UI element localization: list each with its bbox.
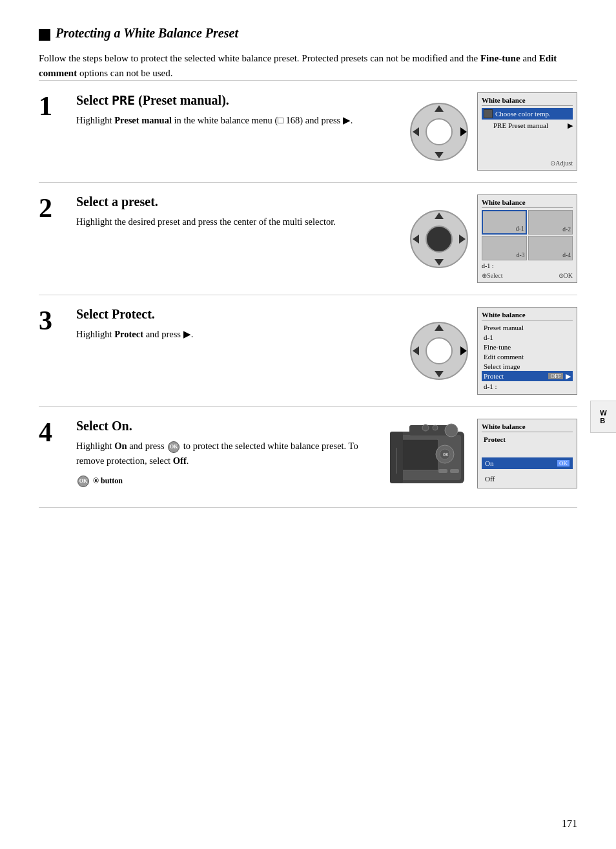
intro-paragraph: Follow the steps below to protect the se… (39, 51, 577, 80)
dial-left-arrow-3 (413, 346, 419, 355)
screen-4-spacer (482, 445, 573, 457)
dial-up-arrow-2 (435, 213, 444, 219)
step-4-right: OK White balance Protect On OK Off (387, 419, 577, 496)
grid-thumb-d3: d-3 (482, 236, 527, 260)
screen-1-footer: ⊙Adjust (482, 160, 573, 167)
step-4-desc: Highlight On and press OK to protect the… (76, 439, 380, 468)
step-2-content: Select a preset. Highlight the desired p… (76, 194, 404, 229)
s3r1-label: d-1 (484, 333, 493, 341)
s3r2-label: Fine-tune (484, 343, 511, 351)
step-1-title: Select PRE (Preset manual). (76, 92, 404, 108)
step-2-title: Select a preset. (76, 194, 404, 209)
off-badge: OFF (548, 373, 563, 379)
screen-3-r6: d-1 : (482, 381, 573, 391)
grid-thumb-d4: d-4 (528, 236, 573, 260)
s3r5-arrow: ▶ (566, 372, 571, 381)
screen-1-icon-0 (484, 109, 493, 118)
screen-1-spacer (482, 131, 573, 157)
svg-rect-10 (450, 469, 459, 473)
svg-point-5 (445, 424, 458, 437)
dial-inner-3 (426, 337, 453, 364)
screen-2-grid: d-1 d-2 d-3 d-4 (482, 210, 573, 260)
step-2-desc: Highlight the desired preset and press t… (76, 215, 404, 229)
dial-up-arrow-1 (435, 105, 444, 112)
screen-3-r4: Select image (482, 361, 573, 371)
step-2-screen: White balance d-1 d-2 d-3 d-4 d-1 : ⊕Sel… (477, 194, 577, 283)
ok-icon-button-label: OK (77, 476, 89, 487)
screen-2-title: White balance (482, 198, 573, 208)
intro-bold1: Fine-tune (480, 53, 520, 63)
dial-left-arrow-2 (413, 235, 419, 244)
screen-4-subtitle: Protect (482, 434, 573, 445)
screen-1-label-0: Choose color temp. (495, 110, 571, 118)
dial-left-arrow-1 (413, 127, 419, 136)
screen-3-r3: Edit comment (482, 351, 573, 361)
step-2-dial (410, 210, 468, 268)
step-1-screen: White balance Choose color temp. PRE Pre… (477, 92, 577, 171)
s3r5-label: Protect (484, 372, 504, 380)
step-4-screen: White balance Protect On OK Off (477, 419, 577, 488)
page-number: 171 (562, 818, 577, 830)
dial-right-arrow-1 (460, 127, 467, 136)
step-2-right: White balance d-1 d-2 d-3 d-4 d-1 : ⊕Sel… (410, 194, 577, 283)
intro-mid: and (520, 53, 539, 63)
screen-2-current: d-1 : (482, 262, 573, 269)
screen-1-label-1: PRE Preset manual (493, 121, 568, 129)
screen-2-footer-left: ⊕Select (482, 272, 502, 279)
page-title: Protecting a White Balance Preset (56, 26, 238, 40)
screen-4-off-row: Off (482, 473, 573, 485)
title-section: Protecting a White Balance Preset (39, 26, 577, 41)
dial-down-arrow-2 (435, 259, 444, 266)
grid-label-d3: d-3 (517, 252, 525, 258)
dial-inner-2 (426, 225, 453, 253)
step-2-number: 2 (39, 194, 70, 222)
step-4-ok-button-label: OK ® button (76, 474, 380, 487)
step-3-dial (410, 322, 468, 380)
protect-on-label: On (485, 459, 493, 467)
dial-down-arrow-3 (435, 371, 444, 377)
screen-3-title: White balance (482, 311, 573, 320)
grid-thumb-d2: d-2 (528, 210, 573, 235)
screen-3-r5-protect: Protect OFF ▶ (482, 371, 573, 381)
dial-right-arrow-3 (460, 346, 467, 355)
step-4-number: 4 (39, 419, 70, 446)
screen-1-arrow-1: ▶ (568, 121, 573, 130)
dial-inner-1 (426, 118, 453, 145)
grid-label-d1: d-1 (516, 225, 524, 232)
grid-label-d2: d-2 (562, 226, 571, 233)
step-1-row: 1 Select PRE (Preset manual). Highlight … (39, 80, 577, 182)
protect-on-badge: OK (557, 460, 570, 466)
step-1-dial (410, 103, 468, 161)
screen-3-r0: Preset manual (482, 322, 573, 332)
screen-4-title: White balance (482, 423, 573, 432)
intro-text-start: Follow the steps below to protect the se… (39, 53, 480, 63)
screen-1-row-1: PRE Preset manual ▶ (482, 120, 573, 131)
s3r0-label: Preset manual (484, 324, 524, 331)
step-1-desc: Highlight Preset manual in the white bal… (76, 113, 404, 127)
button-label-text: ® button (93, 476, 123, 485)
grid-thumb-d1: d-1 (482, 210, 527, 235)
step-2-row: 2 Select a preset. Highlight the desired… (39, 182, 577, 295)
svg-rect-9 (438, 469, 447, 473)
s3r5-badge: OFF ▶ (548, 372, 571, 381)
wb-side-tab: WB (590, 401, 616, 433)
step-4-row: 4 Select On. Highlight On and press OK t… (39, 406, 577, 508)
grid-label-d4: d-4 (562, 252, 571, 258)
s3r4-label: Select image (484, 362, 520, 370)
step-3-screen: White balance Preset manual d-1 Fine-tun… (477, 307, 577, 395)
screen-3-r1: d-1 (482, 332, 573, 342)
step-3-row: 3 Select Protect. Highlight Protect and … (39, 295, 577, 406)
svg-point-12 (433, 425, 438, 430)
svg-text:OK: OK (443, 452, 449, 457)
wb-tab-label: WB (600, 409, 606, 424)
wb-title-icon (39, 29, 50, 41)
screen-2-footer: ⊕Select ⊙OK (482, 272, 573, 279)
screen-2-footer-right: ⊙OK (559, 272, 573, 279)
screen-1-row-0: Choose color temp. (482, 108, 573, 120)
camera-body-image: OK (387, 419, 471, 496)
step-3-number: 3 (39, 307, 70, 334)
step-1-content: Select PRE (Preset manual). Highlight Pr… (76, 92, 404, 127)
svg-rect-3 (400, 439, 438, 470)
protect-off-label: Off (485, 475, 495, 483)
s3r3-label: Edit comment (484, 353, 524, 361)
